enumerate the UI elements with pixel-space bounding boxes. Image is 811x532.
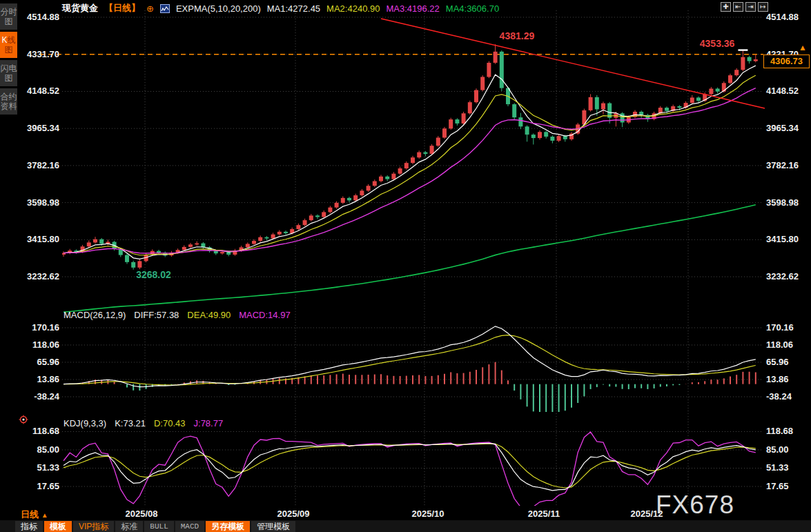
macd-plot	[63, 326, 756, 414]
trading-app: 4381.294353.363268.024514.884514.884331.…	[0, 0, 811, 532]
tab-standard[interactable]: 标准	[115, 521, 143, 532]
macd-dea-value: DEA:49.90	[187, 310, 231, 320]
price-annotation: 4381.29	[500, 30, 535, 41]
svg-text:17.65: 17.65	[37, 481, 59, 491]
svg-text:3232.62: 3232.62	[766, 271, 799, 282]
ma3-value: MA3:4196.22	[386, 3, 439, 14]
svg-text:170.16: 170.16	[766, 322, 794, 333]
svg-text:4148.52: 4148.52	[766, 86, 799, 96]
svg-text:170.16: 170.16	[32, 322, 59, 333]
svg-text:3965.34: 3965.34	[27, 123, 60, 133]
svg-text:4514.88: 4514.88	[27, 12, 59, 22]
shift-left-icon[interactable]: ⇤	[733, 2, 743, 12]
chart-header: 现货黄金 【日线】 ⊕ EXPMA(5,10,20,200) MA1:4272.…	[62, 3, 499, 14]
svg-text:2025/10: 2025/10	[412, 509, 444, 519]
chevron-up-icon: ▲	[41, 511, 48, 519]
ema-200-line	[63, 205, 756, 313]
svg-text:2025/09: 2025/09	[277, 509, 310, 519]
trendline[interactable]	[381, 19, 765, 108]
left-sidebar: 分时图 K线图 闪电图 合约资料	[0, 0, 17, 507]
svg-text:13.86: 13.86	[766, 374, 789, 384]
price-up-arrow-icon: ▲	[799, 43, 807, 52]
svg-text:65.96: 65.96	[766, 357, 789, 367]
svg-text:65.96: 65.96	[37, 357, 59, 367]
ma4-value: MA4:3606.70	[446, 3, 499, 14]
indicator-chart-icon[interactable]	[160, 4, 170, 13]
svg-text:85.00: 85.00	[766, 444, 789, 455]
svg-text:3782.16: 3782.16	[766, 160, 799, 170]
svg-text:3415.80: 3415.80	[766, 234, 799, 244]
ma2-value: MA2:4240.90	[326, 3, 380, 14]
tab-save-template[interactable]: 另存模板	[206, 521, 250, 532]
svg-text:118.06: 118.06	[32, 339, 59, 350]
high-tick-marker	[738, 49, 748, 50]
svg-text:3598.98: 3598.98	[766, 197, 799, 208]
svg-text:2025/11: 2025/11	[528, 509, 560, 519]
svg-text:118.68: 118.68	[766, 426, 793, 436]
svg-text:17.65: 17.65	[766, 481, 789, 491]
tab-macd[interactable]: MACD	[175, 521, 204, 532]
sidebar-item-time-chart[interactable]: 分时图	[0, 3, 17, 30]
tab-bull[interactable]: BULL	[144, 521, 173, 532]
kdj-j-value: J:78.77	[194, 418, 224, 428]
svg-text:-38.24: -38.24	[766, 391, 792, 402]
svg-text:3415.80: 3415.80	[27, 234, 59, 244]
svg-text:4148.52: 4148.52	[27, 86, 59, 96]
svg-text:3232.62: 3232.62	[27, 271, 59, 282]
tab-manage-template[interactable]: 管理模板	[251, 521, 295, 532]
current-price-box: 4306.73	[763, 55, 810, 68]
watermark: FX678	[656, 491, 734, 520]
kdj-panel-header: KDJ(9,3,3) K:73.21 D:70.43 J:78.77	[63, 418, 223, 428]
kdj-plot	[63, 432, 756, 508]
chart-toolbar: ✚ ⇤ ⇥ ↦	[721, 2, 768, 12]
sidebar-item-contract-info[interactable]: 合约资料	[0, 88, 17, 115]
chart-canvas[interactable]: 4381.294353.363268.024514.884514.884331.…	[0, 0, 811, 532]
sidebar-item-label: K	[1, 35, 7, 45]
pan-icon[interactable]: ✚	[721, 2, 731, 12]
svg-text:118.68: 118.68	[32, 426, 59, 436]
symbol-name: 现货黄金	[62, 2, 98, 14]
period-selector[interactable]: 日线 ▲	[21, 509, 48, 521]
kdj-d-value: D:70.43	[154, 418, 186, 428]
period-tag[interactable]: 【日线】	[104, 2, 140, 14]
candlesticks	[61, 44, 758, 270]
indicator-marker-icon[interactable]	[19, 415, 28, 427]
svg-text:85.00: 85.00	[37, 444, 59, 455]
svg-text:51.33: 51.33	[37, 462, 59, 473]
period-label: 日线	[21, 509, 39, 520]
kdj-k-value: K:73.21	[115, 418, 146, 428]
plus-circle-icon[interactable]: ⊕	[146, 3, 154, 14]
price-annotation: 4353.36	[700, 38, 735, 49]
svg-text:3965.34: 3965.34	[766, 123, 799, 133]
macd-hist-value: MACD:14.97	[239, 310, 290, 320]
sidebar-item-flash-chart[interactable]: 闪电图	[0, 60, 17, 86]
svg-text:2025/08: 2025/08	[126, 509, 158, 519]
sidebar-item-kline-chart[interactable]: K线图	[0, 32, 17, 58]
tab-vip-indicators[interactable]: VIP指标	[73, 521, 114, 532]
svg-text:51.33: 51.33	[766, 462, 789, 473]
svg-text:4331.70: 4331.70	[27, 49, 59, 59]
ema-5-line	[63, 66, 756, 259]
svg-text:-38.24: -38.24	[34, 391, 60, 402]
axis-labels: 4514.884514.884331.704331.704148.524148.…	[27, 12, 799, 519]
macd-panel-header: MACD(26,12,9) DIFF:57.38 DEA:49.90 MACD:…	[63, 310, 291, 320]
tab-indicators[interactable]: 指标	[15, 521, 43, 532]
indicator-label: EXPMA(5,10,20,200)	[176, 3, 261, 14]
svg-text:4514.88: 4514.88	[766, 12, 799, 22]
tab-template[interactable]: 模板	[44, 521, 72, 532]
jump-latest-icon[interactable]: ↦	[758, 2, 768, 12]
macd-diff-value: DIFF:57.38	[134, 310, 179, 320]
bottom-tab-bar: 指标 模板 VIP指标 标准 BULL MACD 另存模板 管理模板	[0, 520, 811, 532]
svg-text:13.86: 13.86	[37, 374, 59, 384]
shift-right-icon[interactable]: ⇥	[745, 2, 756, 12]
ma1-value: MA1:4272.45	[267, 3, 320, 14]
ema-20-line	[63, 88, 756, 253]
gridlines	[62, 10, 763, 506]
svg-text:3782.16: 3782.16	[27, 160, 59, 170]
svg-text:3598.98: 3598.98	[27, 197, 59, 208]
kdj-title[interactable]: KDJ(9,3,3)	[63, 418, 106, 428]
macd-title[interactable]: MACD(26,12,9)	[63, 310, 126, 320]
price-annotation: 3268.02	[136, 269, 171, 280]
svg-text:118.06: 118.06	[766, 339, 793, 350]
